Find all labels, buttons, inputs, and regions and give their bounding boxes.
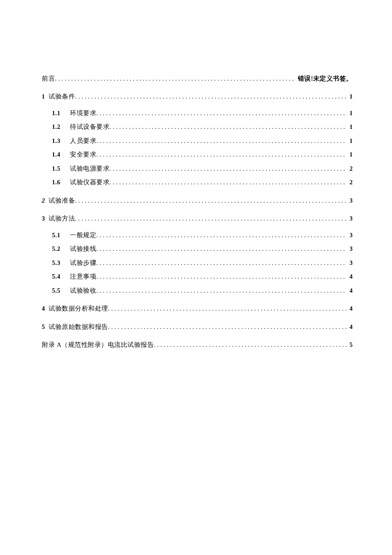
toc-title: 试验条件 bbox=[49, 92, 75, 101]
toc-leader-dots bbox=[75, 214, 347, 223]
toc-page-number: 4 bbox=[347, 322, 353, 331]
toc-entry: 5.2试验接线 3 bbox=[42, 244, 353, 253]
toc-leader-dots bbox=[75, 92, 347, 101]
toc-number: 1 bbox=[42, 92, 49, 101]
toc-page-number: 3 bbox=[347, 214, 353, 223]
toc-title: 试验方法 bbox=[49, 214, 75, 223]
toc-entry: 1.5试验电源要求 2 bbox=[42, 164, 353, 173]
toc-number: 1.5 bbox=[52, 164, 67, 173]
toc-number: 1.3 bbox=[52, 136, 67, 145]
toc-title: 安全要求 bbox=[70, 150, 96, 159]
toc-title: 试验电源要求 bbox=[70, 164, 110, 173]
toc-leader-dots bbox=[96, 230, 347, 240]
toc-title: 试验仪器要求 bbox=[70, 177, 110, 187]
toc-entry: 1.4安全要求 1 bbox=[42, 150, 353, 159]
toc-title: 一般规定 bbox=[70, 230, 96, 240]
toc-number: 5 bbox=[42, 322, 49, 331]
toc-title: 人员要求 bbox=[70, 136, 96, 145]
toc-title: 注意事项 bbox=[70, 272, 96, 281]
toc-entry: 5.1一般规定 3 bbox=[42, 230, 353, 240]
toc-number: 2 bbox=[42, 196, 49, 205]
toc-page-number: 4 bbox=[347, 286, 353, 295]
toc-entry: 5.5试验验收 4 bbox=[42, 286, 353, 295]
toc-title: 试验验收 bbox=[70, 286, 96, 295]
toc-page-number: 2 bbox=[347, 177, 353, 187]
toc-page-number: 4 bbox=[347, 304, 353, 313]
toc-entry: 2 试验准备 3 bbox=[42, 196, 353, 205]
toc-entry: 1.2待试设备要求 1 bbox=[42, 122, 353, 131]
toc-leader-dots bbox=[96, 258, 347, 267]
toc-page-number: 3 bbox=[347, 230, 353, 240]
toc-leader-dots bbox=[75, 196, 347, 205]
toc-entry: 5.3试验步骤 3 bbox=[42, 258, 353, 267]
toc-leader-dots bbox=[96, 286, 347, 295]
toc-leader-dots bbox=[110, 177, 347, 187]
toc-entry: 1 试验条件 1 bbox=[42, 92, 353, 101]
toc-number: 5.5 bbox=[52, 286, 67, 295]
toc-entry: 5 试验原始数据和报告 4 bbox=[42, 322, 353, 331]
toc-title: 试验数据分析和处理 bbox=[49, 304, 108, 313]
toc-page-number: 5 bbox=[347, 340, 353, 349]
toc-leader-dots bbox=[108, 322, 347, 331]
toc-number: 4 bbox=[42, 304, 49, 313]
toc-subsection-block: 1.1环境要求 11.2待试设备要求 11.3人员要求 11.4安全要求 11.… bbox=[42, 108, 353, 187]
toc-entry: 1.3人员要求 1 bbox=[42, 136, 353, 145]
toc-page-number: 1 bbox=[347, 150, 353, 159]
toc-leader-dots bbox=[96, 136, 347, 145]
toc-title: 试验原始数据和报告 bbox=[49, 322, 108, 331]
toc-number: 5.2 bbox=[52, 244, 67, 253]
toc-number: 1.4 bbox=[52, 150, 67, 159]
toc-number: 1.6 bbox=[52, 177, 67, 187]
toc-leader-dots bbox=[110, 164, 347, 173]
toc-title: 附录 A（规范性附录）电流比试验报告 bbox=[42, 340, 154, 349]
toc-entry: 3 试验方法 3 bbox=[42, 214, 353, 223]
toc-number: 5.3 bbox=[52, 258, 67, 267]
toc-number: 5.4 bbox=[52, 272, 67, 281]
toc-page-number: 3 bbox=[347, 196, 353, 205]
toc-entry: 附录 A（规范性附录）电流比试验报告 5 bbox=[42, 340, 353, 349]
toc-entry: 5.4注意事项 4 bbox=[42, 272, 353, 281]
toc-entry: 1.1环境要求 1 bbox=[42, 108, 353, 118]
toc-page-number: 3 bbox=[347, 258, 353, 267]
toc-title: 试验步骤 bbox=[70, 258, 96, 267]
toc-title: 试验准备 bbox=[49, 196, 75, 205]
toc-entry: 4 试验数据分析和处理 4 bbox=[42, 304, 353, 313]
toc-number: 5.1 bbox=[52, 230, 67, 240]
toc-title: 试验接线 bbox=[70, 244, 96, 253]
toc-number: 3 bbox=[42, 214, 49, 223]
toc-leader-dots bbox=[110, 122, 347, 131]
toc-title: 环境要求 bbox=[70, 108, 96, 118]
table-of-contents: 前言 错误!未定义书签。1 试验条件 11.1环境要求 11.2待试设备要求 1… bbox=[42, 74, 353, 349]
toc-leader-dots bbox=[96, 108, 347, 118]
toc-title: 待试设备要求 bbox=[70, 122, 110, 131]
toc-leader-dots bbox=[96, 272, 347, 281]
toc-page-number: 1 bbox=[347, 92, 353, 101]
toc-page-number: 2 bbox=[347, 164, 353, 173]
toc-page-error: 错误!未定义书签。 bbox=[295, 74, 353, 83]
toc-leader-dots bbox=[96, 244, 347, 253]
toc-page-number: 1 bbox=[347, 136, 353, 145]
toc-page-number: 1 bbox=[347, 108, 353, 118]
toc-entry: 1.6试验仪器要求 2 bbox=[42, 177, 353, 187]
toc-entry: 前言 错误!未定义书签。 bbox=[42, 74, 353, 83]
toc-subsection-block: 5.1一般规定 35.2试验接线 35.3试验步骤 35.4注意事项 45.5试… bbox=[42, 230, 353, 295]
toc-leader-dots bbox=[154, 340, 347, 349]
toc-leader-dots bbox=[55, 74, 295, 83]
toc-page-number: 4 bbox=[347, 272, 353, 281]
toc-page-number: 1 bbox=[347, 122, 353, 131]
toc-leader-dots bbox=[108, 304, 347, 313]
toc-number: 1.1 bbox=[52, 108, 67, 118]
toc-page-number: 3 bbox=[347, 244, 353, 253]
toc-title: 前言 bbox=[42, 74, 55, 83]
toc-leader-dots bbox=[96, 150, 347, 159]
toc-number: 1.2 bbox=[52, 122, 67, 131]
